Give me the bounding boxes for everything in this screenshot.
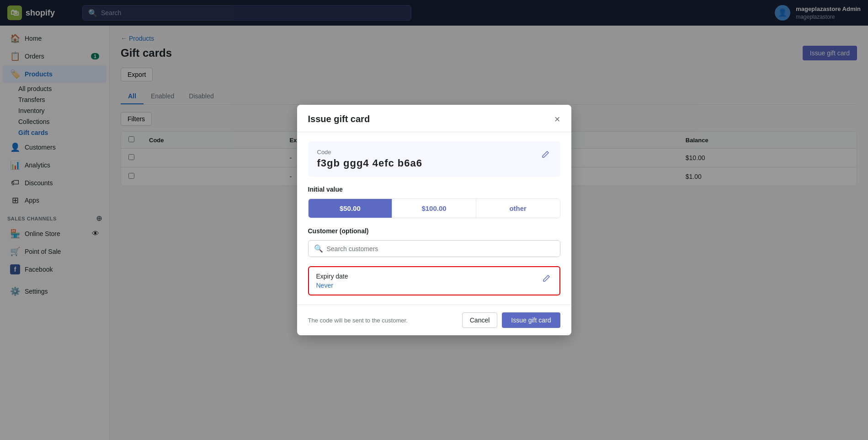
customer-section: Customer (optional) 🔍 [308, 227, 560, 257]
modal-close-button[interactable]: × [554, 114, 560, 124]
customer-search-input[interactable] [327, 245, 554, 252]
expiry-content: Expiry date Never [316, 273, 348, 289]
modal-overlay[interactable]: Issue gift card × Code f3gb ggg4 4efc b6… [0, 0, 868, 440]
edit-code-button[interactable] [539, 149, 551, 163]
pencil-icon [541, 150, 549, 159]
code-label: Code [317, 149, 423, 156]
code-section: Code f3gb ggg4 4efc b6a6 [308, 141, 560, 177]
expiry-value: Never [316, 282, 348, 289]
modal-footer-note: The code will be sent to the customer. [308, 317, 408, 324]
pencil-icon [542, 274, 550, 283]
modal-title: Issue gift card [308, 114, 370, 124]
value-option-50[interactable]: $50.00 [309, 199, 392, 218]
edit-expiry-button[interactable] [540, 273, 552, 287]
value-option-other[interactable]: other [476, 199, 560, 218]
cancel-button[interactable]: Cancel [462, 312, 498, 328]
value-options: $50.00 $100.00 other [308, 199, 560, 218]
search-icon: 🔍 [314, 244, 323, 253]
modal-footer: The code will be sent to the customer. C… [297, 305, 571, 335]
code-value: f3gb ggg4 4efc b6a6 [317, 157, 423, 169]
issue-gift-card-modal: Issue gift card × Code f3gb ggg4 4efc b6… [297, 105, 571, 335]
modal-footer-actions: Cancel Issue gift card [462, 312, 560, 328]
customer-search[interactable]: 🔍 [308, 240, 560, 257]
expiry-label: Expiry date [316, 273, 348, 280]
code-content: Code f3gb ggg4 4efc b6a6 [317, 149, 423, 169]
expiry-section: Expiry date Never [308, 266, 560, 295]
customer-label: Customer (optional) [308, 227, 560, 235]
modal-body: Code f3gb ggg4 4efc b6a6 Initial value $… [297, 132, 571, 305]
initial-value-label: Initial value [308, 186, 560, 193]
modal-issue-gift-card-button[interactable]: Issue gift card [502, 312, 560, 328]
initial-value-section: Initial value $50.00 $100.00 other [308, 186, 560, 218]
value-option-100[interactable]: $100.00 [392, 199, 476, 218]
modal-header: Issue gift card × [297, 105, 571, 132]
